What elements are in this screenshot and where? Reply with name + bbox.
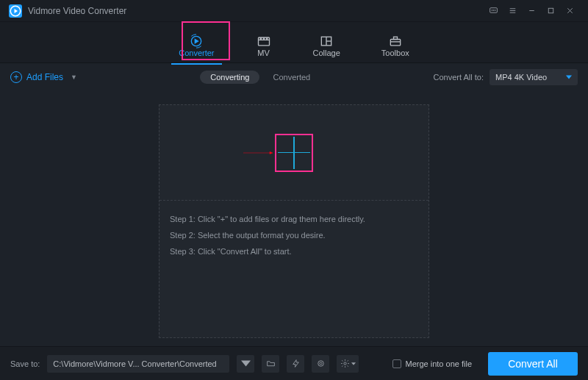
instruction-step3: Step 3: Click "Convert All" to start. <box>170 243 418 259</box>
convert-all-label: Convert All <box>508 358 558 370</box>
tab-label: MV <box>257 49 270 57</box>
tab-label: Toolbox <box>381 49 409 57</box>
tab-label: Converter <box>179 49 214 57</box>
convert-all-to-label: Convert All to: <box>434 73 484 82</box>
app-title: Vidmore Video Converter <box>28 6 126 16</box>
converting-tab[interactable]: Converting <box>200 71 259 84</box>
instruction-step2: Step 2: Select the output format you des… <box>170 227 418 243</box>
minimize-icon[interactable] <box>522 1 541 21</box>
save-to-label: Save to: <box>10 359 40 368</box>
convert-all-button[interactable]: Convert All <box>488 352 578 376</box>
path-dropdown-button[interactable] <box>237 355 254 373</box>
tab-toolbox[interactable]: Toolbox <box>376 25 415 60</box>
dropzone[interactable]: Step 1: Click "+" to add files or drag t… <box>159 104 429 338</box>
settings-button[interactable] <box>337 355 359 373</box>
svg-marker-29 <box>241 361 251 367</box>
feedback-icon[interactable] <box>484 1 503 21</box>
instruction-step1: Step 1: Click "+" to add files or drag t… <box>170 211 418 227</box>
checkbox-icon <box>392 359 401 368</box>
tab-converter[interactable]: Converter <box>173 25 220 60</box>
output-format-dropdown[interactable]: MP4 4K Video <box>490 69 578 85</box>
svg-point-4 <box>493 10 494 11</box>
merge-checkbox[interactable]: Merge into one file <box>392 359 473 368</box>
tab-collage[interactable]: Collage <box>307 25 346 60</box>
svg-marker-14 <box>196 39 198 43</box>
menu-icon[interactable] <box>503 1 522 21</box>
svg-point-32 <box>320 362 322 365</box>
svg-marker-30 <box>293 360 299 368</box>
open-folder-button[interactable] <box>262 355 279 373</box>
svg-marker-26 <box>566 76 572 79</box>
output-path-field[interactable]: C:\Vidmore\Vidmore V... Converter\Conver… <box>47 355 229 373</box>
high-speed-button[interactable] <box>312 355 329 373</box>
svg-point-5 <box>495 10 495 11</box>
svg-marker-1 <box>15 9 18 13</box>
svg-marker-28 <box>270 151 273 154</box>
svg-point-17 <box>260 38 261 39</box>
plus-circle-icon <box>10 71 22 83</box>
svg-point-33 <box>344 362 346 365</box>
svg-rect-10 <box>548 8 553 13</box>
format-selected-value: MP4 4K Video <box>495 73 547 82</box>
add-files-button[interactable]: Add Files ▼ <box>10 71 77 83</box>
add-files-plus-button[interactable] <box>275 134 313 172</box>
svg-point-31 <box>318 361 324 367</box>
svg-marker-34 <box>351 362 356 365</box>
close-icon[interactable] <box>560 1 579 21</box>
svg-rect-24 <box>393 37 397 39</box>
svg-point-18 <box>263 38 264 39</box>
maximize-icon[interactable] <box>541 1 560 21</box>
add-files-label: Add Files <box>26 72 63 82</box>
svg-point-19 <box>266 38 267 39</box>
output-path-value: C:\Vidmore\Vidmore V... Converter\Conver… <box>53 359 216 368</box>
tab-mv[interactable]: MV <box>250 25 278 60</box>
converted-tab[interactable]: Converted <box>273 73 310 82</box>
tab-label: Collage <box>313 49 340 57</box>
app-logo <box>9 4 22 18</box>
svg-point-3 <box>491 10 492 11</box>
chevron-down-icon: ▼ <box>71 74 77 81</box>
hardware-accel-button[interactable] <box>287 355 304 373</box>
merge-label: Merge into one file <box>406 359 473 368</box>
svg-rect-23 <box>390 39 400 45</box>
